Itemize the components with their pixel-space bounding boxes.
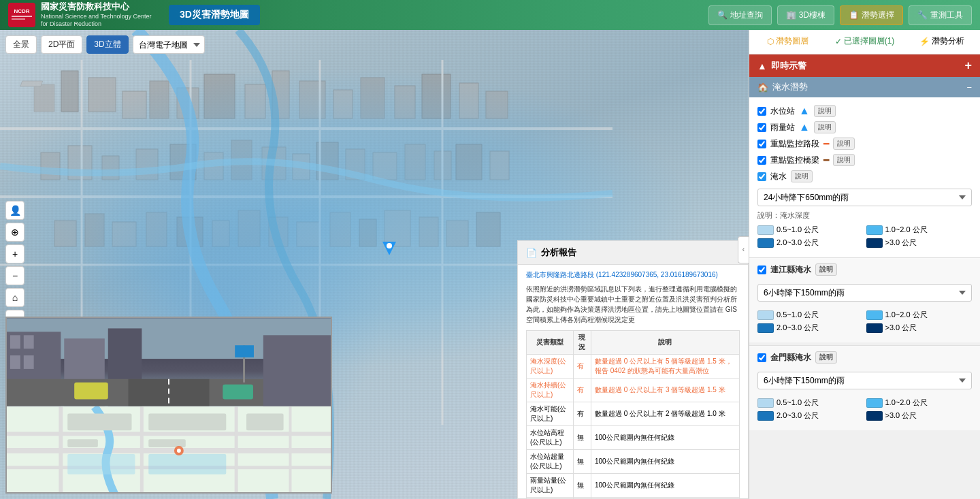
analysis-table: 災害類型 現況 說明 淹水深度(公尺以上)有數量超過 0 公尺以上有 5 個等級… (526, 330, 740, 498)
lj-legend-3: 2.0~3.0 公尺 (757, 323, 864, 333)
row-type: 水位站超量(公尺以上) (527, 450, 574, 474)
jm-box-3 (757, 411, 774, 421)
map-area[interactable]: 全景 2D平面 3D立體 台灣電子地圖 衛星影像 Google地圖 👤 ⊕ + … (0, 30, 749, 499)
lj-box-2 (866, 310, 883, 320)
lj-box-1 (757, 310, 774, 320)
flood-tag[interactable]: 說明 (791, 170, 813, 182)
jinmen-header: 金門縣淹水 說明 (757, 351, 972, 364)
alert-add-btn[interactable]: + (964, 59, 972, 73)
legend-item-4: >3.0 公尺 (866, 238, 973, 248)
key-bridge-checkbox[interactable] (757, 156, 766, 165)
svg-rect-85 (148, 413, 226, 430)
lianjiang-tag[interactable]: 說明 (815, 263, 837, 276)
legend-box-3 (757, 238, 774, 248)
svg-rect-3 (12, 18, 25, 20)
analysis-coordinates: 臺北市興隆路北邊路段 (121.423289607365, 23.0161896… (526, 270, 740, 280)
person-view-btn[interactable]: 👤 (5, 201, 24, 220)
jinmen-scenario-selector[interactable]: 6小時降下150mm的雨 6小時降下100mm的雨 (757, 372, 972, 389)
row-type: 水位站高程(公尺以上) (527, 426, 574, 450)
layer-icon: ⬡ (767, 37, 774, 46)
3d-view-btn[interactable]: 3D立體 (86, 35, 128, 54)
tab-trend-layer[interactable]: ⬡ 潛勢圖層 (749, 30, 826, 54)
water-level-tag[interactable]: 說明 (814, 105, 836, 117)
jm-box-1 (757, 398, 774, 408)
panel-collapse-btn[interactable]: ‹ (738, 236, 749, 263)
legend-item-2: 1.0~2.0 公尺 (866, 225, 973, 235)
alert-title: 即時示警 (771, 60, 806, 72)
header: NCDR 國家災害防救科技中心 National Science and Tec… (0, 0, 980, 30)
svg-rect-0 (9, 3, 35, 27)
trend-select-btn[interactable]: 📋 潛勢選擇 (840, 5, 903, 25)
flood-checkbox[interactable] (757, 172, 766, 181)
lj-legend-1: 0.5~1.0 公尺 (757, 310, 864, 320)
svg-rect-87 (246, 413, 284, 430)
lianjiang-section: 連江縣淹水 說明 6小時降下150mm的雨 6小時降下100mm的雨 0.5~1… (749, 257, 980, 342)
analysis-icon: ⚡ (919, 37, 930, 46)
compass-btn[interactable]: ⊕ (5, 223, 24, 242)
lj-box-3 (757, 323, 774, 333)
recheck-tool-btn[interactable]: 🔧 重測工具 (909, 5, 972, 25)
row-detail: 100公尺範圍內無任何紀錄 (591, 426, 739, 450)
svg-rect-62 (24, 335, 34, 349)
table-row: 橋梁(公尺以上)無100公尺範圍內無任何紀錄 (527, 498, 740, 499)
key-bridge-tag[interactable]: 說明 (833, 154, 855, 166)
flood-legend: 0.5~1.0 公尺 1.0~2.0 公尺 2.0~3.0 公尺 >3.0 公尺 (757, 225, 972, 248)
home-btn[interactable]: ⌂ (5, 288, 24, 307)
road-icon: ━ (823, 138, 829, 149)
bridge-icon: ━ (823, 155, 829, 165)
water-level-label: 水位站 (770, 106, 795, 117)
logo-text: 國家災害防救科技中心 National Science and Technolo… (41, 1, 151, 29)
3d-buildings-btn[interactable]: 🏢 3D樓棟 (777, 5, 834, 25)
map-toolbar: 全景 2D平面 3D立體 台灣電子地圖 衛星影像 Google地圖 (5, 35, 205, 54)
key-bridge-label: 重點監控橋梁 (770, 155, 819, 166)
row-status: 有 (573, 379, 591, 402)
legend-box-2 (866, 225, 883, 235)
2d-view-btn[interactable]: 2D平面 (41, 35, 82, 54)
legend-label-4: >3.0 公尺 (885, 238, 917, 248)
app-title: 3D災害潛勢地圖 (169, 5, 260, 25)
legend-label-1: 0.5~1.0 公尺 (777, 225, 819, 235)
legend-box-4 (866, 238, 883, 248)
report-icon: 📄 (526, 248, 537, 258)
basemap-selector[interactable]: 台灣電子地圖 衛星影像 Google地圖 (133, 35, 205, 54)
legend-label-2: 1.0~2.0 公尺 (885, 225, 928, 235)
svg-rect-61 (10, 335, 20, 349)
lianjiang-scenario-selector[interactable]: 6小時降下150mm的雨 6小時降下100mm的雨 (757, 284, 972, 302)
lj-legend-2: 1.0~2.0 公尺 (866, 310, 973, 320)
jinmen-checkbox[interactable] (757, 353, 766, 362)
key-road-tag[interactable]: 說明 (833, 138, 855, 150)
address-query-btn[interactable]: 🔍 地址查詢 (708, 5, 772, 25)
left-controls: 👤 ⊕ + − ⌂ ⊞ (5, 201, 24, 329)
water-level-checkbox[interactable] (757, 107, 766, 116)
zoom-in-btn[interactable]: + (5, 244, 24, 263)
lianjiang-checkbox[interactable] (757, 265, 766, 274)
key-road-checkbox[interactable] (757, 140, 766, 148)
street-view-photo (7, 318, 331, 406)
row-type: 淹水可能(公尺以上) (527, 402, 574, 426)
row-status: 無 (573, 426, 591, 450)
full-view-btn[interactable]: 全景 (5, 35, 37, 54)
flood-collapse-btn[interactable]: − (966, 82, 972, 93)
check-icon: ✓ (835, 37, 842, 46)
jinmen-tag[interactable]: 說明 (815, 351, 837, 364)
streetview-panel (5, 317, 332, 494)
tab-trend-analysis[interactable]: ⚡ 潛勢分析 (903, 30, 980, 54)
building-icon: 🏢 (786, 10, 796, 20)
rain-station-tag[interactable]: 說明 (814, 121, 836, 133)
flood-section-header: 🏠 淹水潛勢 − (749, 77, 980, 97)
key-road-row: 重點監控路段 ━ 說明 (757, 135, 972, 152)
zoom-out-btn[interactable]: − (5, 266, 24, 285)
tab-selected-layers[interactable]: ✓ 已選擇圖層(1) (826, 30, 903, 54)
svg-rect-89 (148, 454, 226, 474)
row-type: 橋梁(公尺以上) (527, 498, 574, 499)
flood-label: 淹水 (770, 171, 787, 182)
row-detail: 數量超過 0 公尺以上有 5 個等級超過 1.5 米，報告 0402 的狀態為可… (591, 355, 739, 379)
search-icon: 🔍 (717, 10, 728, 20)
rain-station-checkbox[interactable] (757, 123, 766, 132)
flood-scenario-selector[interactable]: 24小時降下650mm的雨 24小時降下500mm的雨 24小時降下350mm的… (757, 189, 972, 206)
table-row: 水位站高程(公尺以上)無100公尺範圍內無任何紀錄 (527, 426, 740, 450)
svg-rect-71 (223, 385, 253, 400)
legend-item-3: 2.0~3.0 公尺 (757, 238, 864, 248)
analysis-panel-header: 📄 分析報告 (518, 241, 748, 265)
rain-station-label: 雨量站 (770, 122, 795, 133)
